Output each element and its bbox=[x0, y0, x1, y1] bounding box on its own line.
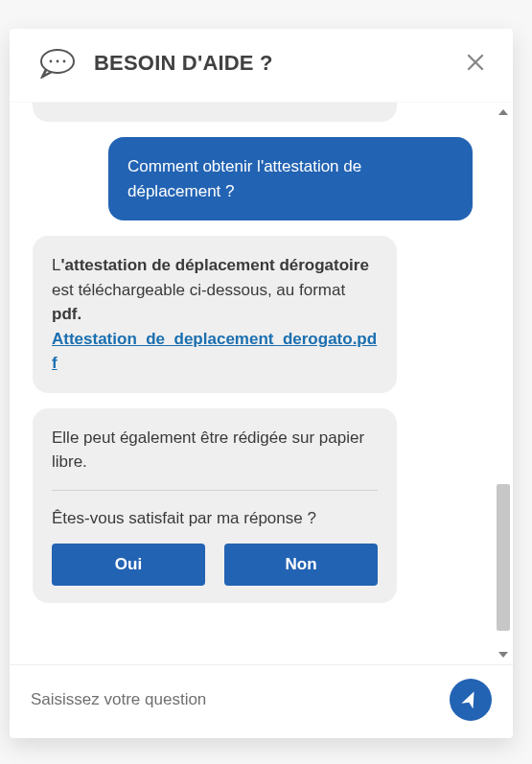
user-message: Comment obtenir l'attestation de déplace… bbox=[108, 137, 473, 220]
chat-header: BESOIN D'AIDE ? bbox=[10, 29, 513, 103]
chat-window: BESOIN D'AIDE ? Comment obtenir l'attest… bbox=[10, 29, 513, 738]
bot-message: L'attestation de déplacement dérogatoire… bbox=[33, 236, 397, 393]
question-input[interactable] bbox=[31, 681, 434, 719]
send-button[interactable] bbox=[450, 679, 492, 721]
scrollbar-track[interactable] bbox=[494, 103, 513, 664]
send-icon bbox=[461, 689, 480, 711]
composer bbox=[10, 664, 513, 738]
chat-title: BESOIN D'AIDE ? bbox=[94, 51, 463, 76]
feedback-buttons: Oui Non bbox=[52, 544, 378, 586]
divider bbox=[52, 490, 378, 491]
bot-message: Elle peut également être rédigée sur pap… bbox=[33, 408, 397, 604]
bot-text-bold: 'attestation de déplacement dérogatoire bbox=[60, 256, 368, 274]
messages-container: Comment obtenir l'attestation de déplace… bbox=[10, 103, 494, 664]
previous-bot-message-edge bbox=[33, 103, 397, 122]
close-icon bbox=[464, 62, 487, 77]
bot-text-part: est téléchargeable ci-dessous, au format bbox=[52, 281, 345, 299]
bot-text-bold: pdf. bbox=[52, 305, 81, 323]
chat-bubble-icon bbox=[38, 48, 77, 79]
scroll-up-arrow-icon[interactable] bbox=[494, 103, 513, 122]
feedback-no-button[interactable]: Non bbox=[224, 544, 378, 586]
bot-text-line: Elle peut également être rédigée sur pap… bbox=[52, 426, 378, 475]
svg-point-3 bbox=[63, 60, 66, 63]
user-message-text: Comment obtenir l'attestation de déplace… bbox=[127, 157, 361, 200]
feedback-yes-button[interactable]: Oui bbox=[52, 544, 205, 586]
svg-point-1 bbox=[50, 60, 53, 63]
close-button[interactable] bbox=[463, 51, 488, 76]
svg-point-2 bbox=[57, 60, 59, 63]
scroll-down-arrow-icon[interactable] bbox=[494, 645, 513, 664]
chat-body: Comment obtenir l'attestation de déplace… bbox=[10, 103, 513, 664]
feedback-question: Êtes-vous satisfait par ma réponse ? bbox=[52, 506, 378, 531]
attestation-pdf-link[interactable]: Attestation_de_deplacement_derogato.pdf bbox=[52, 330, 377, 373]
scrollbar-thumb[interactable] bbox=[497, 484, 510, 630]
